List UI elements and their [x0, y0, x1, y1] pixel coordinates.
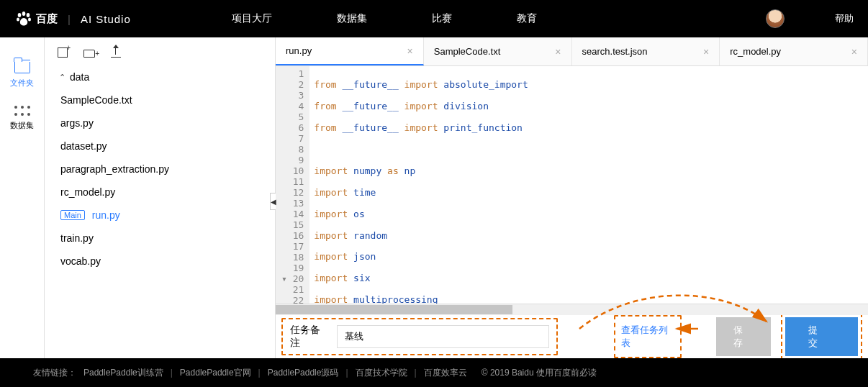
avatar[interactable]: [766, 9, 785, 28]
nav-datasets[interactable]: 数据集: [337, 12, 367, 25]
file-panel: ⌃ data SampleCode.txt args.py dataset.py…: [45, 37, 275, 358]
ai-studio-text: AI Studio: [81, 13, 131, 25]
file-tree: ⌃ data SampleCode.txt args.py dataset.py…: [45, 65, 275, 273]
close-icon[interactable]: ×: [555, 46, 561, 58]
file-vocab[interactable]: vocab.py: [60, 250, 275, 273]
nav-right: 帮助: [766, 9, 854, 28]
footer-link-1[interactable]: PaddlePaddle训练营: [83, 367, 163, 379]
nav-edu[interactable]: 教育: [517, 12, 537, 25]
nav-help[interactable]: 帮助: [835, 12, 854, 25]
submit-box: 提 交: [781, 313, 862, 360]
dataset-icon: [14, 106, 30, 116]
view-tasks-link[interactable]: 查看任务列表: [614, 315, 682, 358]
tab-rcmodel[interactable]: rc_model.py×: [720, 37, 868, 65]
file-actions: [45, 45, 275, 65]
footer-link-3[interactable]: PaddlePaddle源码: [268, 367, 339, 379]
tab-samplecode[interactable]: SampleCode.txt×: [424, 37, 572, 65]
new-file-button[interactable]: [58, 47, 68, 60]
paw-icon: [14, 9, 33, 28]
tab-search[interactable]: search.test.json×: [572, 37, 720, 65]
footer-link-2[interactable]: PaddlePaddle官网: [180, 367, 251, 379]
top-nav: 百度 | AI Studio 项目大厅 数据集 比赛 教育 帮助: [0, 0, 868, 37]
task-note-box: 任务备注: [281, 318, 558, 355]
left-nav: 文件夹 数据集: [0, 37, 45, 358]
file-args[interactable]: args.py: [60, 111, 275, 135]
editor-area: ◀ run.py× SampleCode.txt× search.test.js…: [275, 37, 868, 358]
nav-projects[interactable]: 项目大厅: [232, 12, 272, 25]
footer-link-5[interactable]: 百度效率云: [424, 367, 467, 379]
nav-compete[interactable]: 比赛: [432, 12, 452, 25]
line-gutter: 12345678910111213141516171819▾ 202122232…: [276, 66, 309, 304]
file-run[interactable]: Main run.py: [60, 204, 275, 227]
close-icon[interactable]: ×: [851, 46, 857, 58]
main-badge: Main: [60, 210, 85, 220]
scroll-thumb[interactable]: [276, 305, 512, 314]
leftnav-datasets[interactable]: 数据集: [0, 99, 44, 141]
save-button[interactable]: 保 存: [716, 317, 771, 356]
new-folder-button[interactable]: [83, 47, 95, 60]
svg-point-0: [18, 13, 22, 17]
baidu-logo[interactable]: 百度: [14, 9, 58, 28]
nav-links: 项目大厅 数据集 比赛 教育: [232, 12, 537, 25]
footer-link-4[interactable]: 百度技术学院: [356, 367, 407, 379]
bottom-bar: 任务备注 查看任务列表 保 存 提 交: [276, 315, 868, 358]
svg-point-4: [28, 17, 31, 21]
file-rcmodel[interactable]: rc_model.py: [60, 181, 275, 204]
main-area: 文件夹 数据集 ⌃ data SampleCode.txt args.py da…: [0, 37, 868, 358]
baidu-text: 百度: [36, 12, 58, 26]
file-dataset[interactable]: dataset.py: [60, 135, 275, 158]
footer-copyright: © 2019 Baidu 使用百度前必读: [482, 367, 597, 379]
file-samplecode[interactable]: SampleCode.txt: [60, 88, 275, 111]
task-label: 任务备注: [290, 324, 328, 350]
footer: 友情链接： PaddlePaddle训练营| PaddlePaddle官网| P…: [0, 358, 868, 387]
svg-point-3: [17, 17, 19, 21]
tab-run[interactable]: run.py×: [276, 37, 424, 65]
footer-label: 友情链接：: [33, 367, 76, 379]
svg-point-1: [22, 12, 26, 16]
close-icon[interactable]: ×: [703, 46, 709, 58]
submit-button[interactable]: 提 交: [785, 317, 858, 356]
folder-data[interactable]: ⌃ data: [55, 65, 275, 88]
task-input[interactable]: [337, 325, 549, 348]
horizontal-scrollbar[interactable]: [276, 304, 868, 315]
close-icon[interactable]: ×: [407, 45, 413, 57]
caret-icon: ⌃: [59, 73, 65, 82]
collapse-handle[interactable]: ◀: [270, 193, 276, 210]
file-paragraph[interactable]: paragraph_extraction.py: [60, 158, 275, 181]
upload-button[interactable]: [111, 47, 121, 60]
logo-divider: |: [68, 13, 71, 25]
code-editor[interactable]: 12345678910111213141516171819▾ 202122232…: [276, 66, 868, 304]
folder-icon: [14, 62, 30, 73]
svg-point-2: [27, 13, 30, 17]
code-content[interactable]: from __future__ import absolute_import f…: [309, 66, 868, 304]
editor-tabs: run.py× SampleCode.txt× search.test.json…: [276, 37, 868, 66]
leftnav-folders[interactable]: 文件夹: [0, 55, 44, 99]
file-train[interactable]: train.py: [60, 227, 275, 250]
logo-area: 百度 | AI Studio: [14, 9, 131, 28]
